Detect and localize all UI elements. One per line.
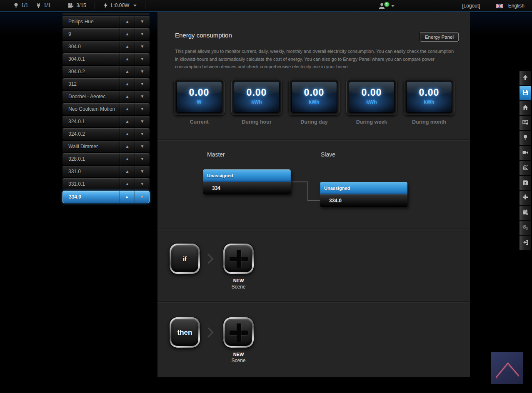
gauge-value: 0.00 [234, 87, 279, 98]
toolbar-up-button[interactable] [520, 71, 531, 85]
move-down-button[interactable] [135, 153, 150, 165]
toolbar-devices-button[interactable] [520, 131, 531, 145]
device-row[interactable]: Philips Hue [62, 16, 150, 27]
move-down-button[interactable] [135, 91, 150, 102]
move-up-button[interactable] [120, 103, 135, 115]
move-up-button[interactable] [119, 191, 134, 203]
then-button-face: then [171, 319, 198, 346]
save-icon [522, 89, 529, 97]
toolbar-backup-button[interactable] [520, 176, 531, 190]
move-down-button[interactable] [135, 66, 150, 77]
move-up-button[interactable] [120, 91, 135, 102]
scene-label: Scene [223, 358, 254, 364]
move-up-button[interactable] [120, 153, 135, 165]
language-selector[interactable]: English [508, 3, 525, 9]
uk-flag-icon [496, 4, 503, 8]
toolbar-home-button[interactable] [520, 101, 531, 115]
gauge-during-week: 0.00 kWh During week [346, 79, 397, 125]
move-up-button[interactable] [120, 141, 135, 152]
move-down-button[interactable] [135, 141, 150, 152]
device-row[interactable]: 331.0.1 [62, 178, 150, 190]
toolbar-save-button[interactable] [520, 86, 531, 100]
move-down-button[interactable] [135, 166, 150, 177]
device-row[interactable]: 328.0.1 [62, 153, 150, 165]
toolbar-scheduler-button[interactable] [520, 206, 531, 220]
move-up-button[interactable] [120, 16, 135, 27]
move-down-button[interactable] [135, 103, 150, 115]
move-down-button[interactable] [135, 78, 150, 90]
toolbar-apps-button[interactable] [520, 191, 531, 205]
then-new-scene-button[interactable] [223, 317, 254, 348]
down-arrow-icon [140, 157, 145, 161]
master-column-title: Master [207, 151, 225, 158]
device-label: 331.0.1 [62, 181, 120, 187]
device-row-clipped [62, 13, 150, 15]
device-row[interactable]: 324.0.2 [62, 128, 150, 140]
device-label: 312 [62, 81, 120, 87]
move-up-button[interactable] [120, 78, 135, 90]
device-row[interactable]: 304.0.1 [62, 53, 150, 65]
device-row[interactable]: 304.0 [62, 41, 150, 52]
section-divider [157, 301, 470, 302]
if-new-scene-button[interactable] [223, 244, 254, 274]
move-down-button[interactable] [135, 178, 150, 190]
cameras-count: 3/15 [76, 2, 86, 8]
up-arrow-icon [125, 32, 130, 36]
user-menu[interactable]: 1 [378, 0, 402, 12]
move-down-button[interactable] [135, 116, 150, 127]
gauge-unit: kWh [234, 99, 279, 105]
move-down-button[interactable] [135, 41, 150, 52]
device-row[interactable]: 304.0.2 [62, 66, 150, 77]
device-row[interactable]: 331.0 [62, 166, 150, 177]
toolbar-logout-button[interactable] [520, 236, 531, 250]
then-button[interactable]: then [170, 317, 200, 348]
up-arrow-icon [125, 132, 130, 136]
master-group-item[interactable]: 334 [203, 182, 291, 194]
move-down-button[interactable] [135, 28, 150, 40]
move-down-button[interactable] [135, 128, 150, 140]
move-up-button[interactable] [120, 28, 135, 40]
toolbar-cameras-button[interactable] [520, 146, 531, 160]
device-row[interactable]: 312 [62, 78, 150, 90]
side-toolbar [520, 71, 531, 251]
logout-link[interactable]: [Logout] [462, 3, 480, 9]
move-up-button[interactable] [120, 116, 135, 127]
gauge-label: During hour [231, 119, 282, 125]
device-row[interactable]: Walli Dimmer [62, 141, 150, 152]
move-down-button[interactable] [134, 191, 149, 203]
camera-icon [67, 3, 74, 8]
device-row[interactable]: 9 [62, 28, 150, 40]
energy-panel-button[interactable]: Energy Panel [420, 32, 459, 42]
down-arrow-icon [140, 20, 145, 24]
move-up-button[interactable] [120, 53, 135, 65]
move-down-button[interactable] [135, 16, 150, 27]
master-group-header[interactable]: Unassigned [203, 169, 291, 182]
move-up-button[interactable] [120, 128, 135, 140]
move-up-button[interactable] [120, 178, 135, 190]
chevron-right-icon [203, 254, 213, 264]
device-row[interactable]: 324.0.1 [62, 116, 150, 127]
if-button[interactable]: if [170, 244, 200, 274]
move-down-button[interactable] [135, 53, 150, 65]
move-up-button[interactable] [120, 66, 135, 77]
move-up-button[interactable] [120, 41, 135, 52]
down-arrow-icon [140, 57, 145, 61]
slave-group-item[interactable]: 334.0 [320, 194, 407, 207]
backup-box-icon [522, 179, 529, 187]
gauge-display: 0.00 kWh [231, 79, 282, 115]
slave-group-header[interactable]: Unassigned [320, 182, 407, 194]
device-row-selected[interactable]: 334.0 [62, 191, 150, 203]
power-status-dropdown[interactable]: L:0.00W [102, 2, 139, 8]
gauge-unit: kWh [349, 99, 394, 105]
toolbar-rooms-button[interactable] [520, 116, 531, 130]
gauge-display: 0.00 kWh [404, 79, 455, 115]
device-row[interactable]: Neo Coolcam Motion [62, 103, 150, 115]
toolbar-charts-button[interactable] [520, 161, 531, 175]
device-row[interactable]: Doorbel - Aeotec [62, 91, 150, 102]
move-up-button[interactable] [120, 166, 135, 177]
toolbar-settings-button[interactable] [520, 221, 531, 235]
gauge-value: 0.00 [407, 87, 452, 98]
chevron-right-icon [203, 327, 213, 337]
device-label: Walli Dimmer [62, 144, 120, 149]
gauge-during-month: 0.00 kWh During month [404, 79, 455, 125]
